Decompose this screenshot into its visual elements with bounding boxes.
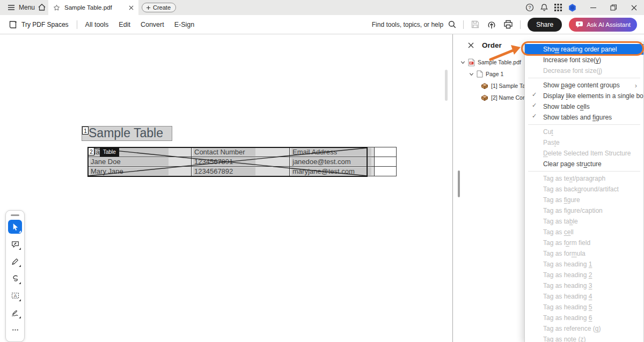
print-icon[interactable]	[503, 20, 513, 29]
menu-item-tag-as-cell: Tag as cell	[525, 227, 643, 237]
adobe-hub-icon[interactable]	[568, 3, 577, 12]
document-tab[interactable]: Sample Table.pdf	[48, 0, 138, 15]
share-button[interactable]: Share	[528, 18, 562, 32]
palette-drag-handle[interactable]	[11, 214, 19, 216]
highlight-tool[interactable]	[8, 254, 22, 268]
tree-item-label: Sample Table.pdf	[478, 59, 521, 65]
menu-item-show-reading-order-panel[interactable]: Show reading order panel	[525, 44, 643, 55]
menu-item-label: Tag as cell	[543, 228, 574, 236]
apps-grid-icon[interactable]	[554, 4, 562, 11]
menu-item-delete-selected-item-structure: Delete Selected Item Structure	[525, 148, 643, 159]
fill-sign-tool[interactable]	[8, 306, 22, 319]
search-field[interactable]: Find tools, topics, or help	[372, 20, 456, 28]
nav-all-tools[interactable]: All tools	[85, 21, 109, 28]
menu-item-label: Tag as note (z)	[543, 336, 586, 342]
table-cell: 1234567892	[192, 167, 290, 176]
plus-icon	[146, 5, 151, 10]
menu-item-label: Show reading order panel	[543, 46, 617, 53]
content-icon	[481, 94, 488, 101]
reading-order-badge-1: 1	[82, 127, 89, 135]
menu-item-increase-font-size-y[interactable]: Increase font size(y)	[525, 55, 643, 65]
tab-close-icon[interactable]	[129, 5, 134, 10]
reading-order-badge-2: 2	[88, 147, 94, 155]
titlebar-right: ?	[525, 0, 644, 15]
table-cell: Email Address	[290, 147, 375, 157]
hamburger-icon	[8, 4, 15, 11]
try-pdf-spaces-button[interactable]: Try PDF Spaces	[9, 20, 69, 29]
edit-text-tool-icon: A	[11, 291, 20, 300]
table-cell: Jane Doe	[88, 157, 192, 167]
more-tools[interactable]	[8, 323, 22, 337]
search-label: Find tools, topics, or help	[372, 21, 443, 28]
menu-item-tag-as-table: Tag as table	[525, 216, 643, 227]
minimize-icon[interactable]	[583, 0, 603, 15]
select-tool[interactable]	[8, 220, 22, 234]
nav-convert[interactable]: Convert	[141, 21, 164, 28]
checkmark-icon: ✓	[532, 91, 537, 98]
cell-text: Contact Number	[193, 148, 255, 156]
highlight-tool-icon	[11, 257, 20, 266]
try-pdf-spaces-label: Try PDF Spaces	[21, 21, 69, 28]
nav-edit[interactable]: Edit	[119, 21, 130, 28]
home-button[interactable]	[38, 3, 46, 11]
pdf-table[interactable]: NameContact NumberEmail AddressJane Doe1…	[87, 147, 397, 176]
draw-tool[interactable]	[8, 271, 22, 285]
menu-item-label: Clear page structure	[543, 160, 602, 168]
menu-item-tag-as-reference-q: Tag as reference (q)	[525, 323, 643, 334]
context-menu: Show reading order panelIncrease font si…	[524, 42, 644, 342]
document-canvas[interactable]: 1 Sample Table NameContact NumberEmail A…	[0, 34, 452, 342]
table-cell-empty	[375, 167, 397, 176]
panel-close-icon[interactable]	[468, 42, 474, 48]
chevron-down-icon[interactable]	[460, 60, 465, 65]
tree-item-label: [1] Sample Tab	[491, 83, 529, 89]
edit-text-tool[interactable]: A	[8, 288, 22, 302]
table-cell: maryjane@test.com	[290, 167, 375, 176]
document-heading[interactable]: Sample Table	[82, 126, 172, 141]
ask-ai-label: Ask AI Assistant	[587, 21, 631, 28]
share-label: Share	[536, 21, 553, 28]
menu-item-label: Tag as background/artifact	[543, 185, 619, 193]
nav-e-sign[interactable]: E-Sign	[174, 21, 195, 28]
menu-item-tag-as-text-paragraph: Tag as text/paragraph	[525, 173, 643, 184]
draw-tool-icon	[11, 274, 20, 283]
create-button[interactable]: Create	[142, 3, 176, 12]
restore-icon[interactable]	[603, 0, 624, 15]
app-menu-label: Menu	[19, 4, 35, 11]
notifications-icon[interactable]	[540, 3, 548, 12]
menu-item-show-page-content-groups[interactable]: Show page content groups›	[525, 80, 643, 91]
menu-item-display-like-elements-in-a-single-box[interactable]: ✓Display like elements in a single box	[525, 91, 643, 101]
menu-item-label: Tag as table	[543, 218, 578, 225]
app-menu-button[interactable]: Menu	[8, 0, 35, 15]
table-row: Mary Jane1234567892maryjane@test.com	[88, 167, 397, 176]
cell-text: Email Address	[291, 148, 371, 156]
star-icon[interactable]	[53, 4, 60, 11]
menu-item-label: Tag as heading 5	[543, 303, 592, 311]
tree-item-label: [2] Name Cont	[491, 94, 528, 101]
table-cell-empty	[375, 157, 397, 167]
menu-separator	[528, 124, 640, 125]
panel-scrollbar[interactable]	[458, 170, 460, 197]
content-icon	[481, 83, 488, 90]
cloud-upload-icon[interactable]	[487, 20, 496, 29]
more-tools-icon	[11, 325, 20, 334]
menu-item-cut: Cut	[525, 127, 643, 137]
fill-sign-tool-icon	[11, 308, 20, 317]
menu-item-label: Delete Selected Item Structure	[543, 150, 631, 157]
titlebar: Menu Sample Table.pdf Create ?	[0, 0, 644, 15]
help-icon[interactable]: ?	[525, 3, 534, 12]
close-icon[interactable]	[624, 0, 644, 15]
menu-item-clear-page-structure[interactable]: Clear page structure	[525, 159, 643, 169]
menu-item-tag-as-figure: Tag as figure	[525, 195, 643, 205]
comment-tool-icon	[11, 240, 20, 249]
menu-item-show-tables-and-figures[interactable]: ✓Show tables and figures	[525, 112, 643, 123]
chevron-down-icon[interactable]	[469, 72, 474, 77]
menu-item-label: Tag as heading 6	[543, 314, 592, 322]
menu-item-show-table-cells[interactable]: ✓Show table cells	[525, 101, 643, 112]
ask-ai-assistant-button[interactable]: Ask AI Assistant	[569, 18, 637, 32]
document-scrollbar[interactable]	[445, 70, 448, 101]
menu-item-label: Display like elements in a single box	[543, 92, 644, 100]
comment-tool[interactable]	[8, 237, 22, 251]
menu-item-tag-as-heading-1: Tag as heading 1	[525, 259, 643, 270]
menu-item-label: Tag as heading 1	[543, 261, 592, 268]
search-icon	[448, 20, 456, 28]
